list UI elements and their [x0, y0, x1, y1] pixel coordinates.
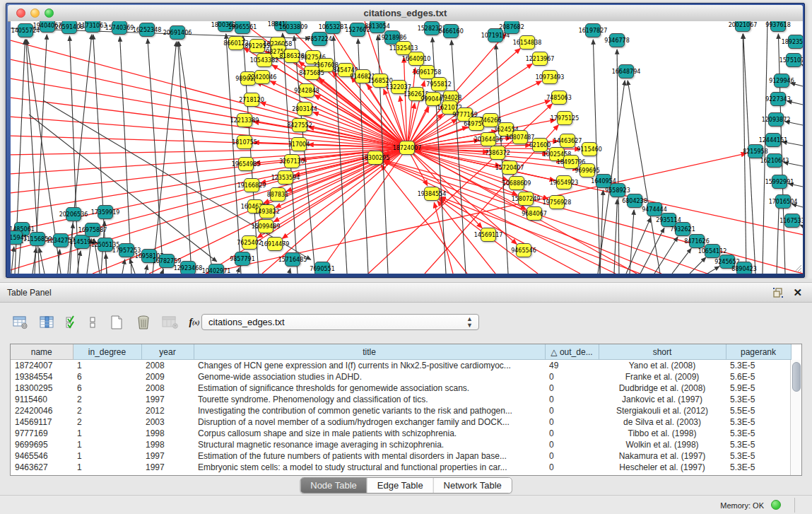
network-node[interactable]: 16961758	[413, 66, 442, 79]
column-header-6[interactable]: pagerank	[726, 344, 791, 360]
network-edge[interactable]	[763, 21, 767, 274]
table-cell[interactable]: 2008	[141, 382, 194, 394]
network-node[interactable]: 746266	[480, 114, 502, 127]
network-node[interactable]: 317004	[288, 138, 310, 151]
table-cell[interactable]: de Silva et al. (2003)	[599, 416, 726, 428]
network-node[interactable]: 8215958	[743, 145, 768, 158]
table-cell[interactable]: 2008	[141, 360, 194, 372]
table-cell[interactable]: Hescheler et al. (1997)	[599, 462, 726, 473]
network-node[interactable]: 9129946	[769, 74, 794, 88]
column-header-3[interactable]: title	[194, 344, 545, 360]
table-cell[interactable]: 0	[545, 439, 599, 450]
table-cell[interactable]: Disruption of a novel member of a sodium…	[194, 416, 545, 428]
table-cell[interactable]: 2	[73, 405, 141, 416]
window-titlebar[interactable]: citations_edges.txt	[8, 5, 803, 22]
network-node[interactable]: 17016504	[769, 195, 798, 209]
network-node[interactable]: 20206536	[59, 208, 88, 221]
network-node[interactable]: 15992991	[765, 175, 794, 189]
network-edge[interactable]	[179, 42, 213, 274]
network-node[interactable]: 8427552	[287, 119, 312, 132]
network-node[interactable]: 7485063	[546, 91, 572, 105]
tab-edge-table[interactable]: Edge Table	[367, 478, 434, 493]
table-cell[interactable]: 5.3E-5	[726, 450, 791, 462]
network-node[interactable]: 7955812	[426, 78, 452, 91]
network-edge[interactable]	[289, 269, 290, 274]
network-edge[interactable]	[129, 259, 135, 274]
network-edge[interactable]	[11, 98, 407, 148]
table-cell[interactable]: 18300295	[11, 382, 73, 394]
table-cell[interactable]: Yano et al. (2008)	[599, 360, 726, 372]
table-cell[interactable]: 5.3E-5	[726, 394, 791, 405]
table-cell[interactable]: 0	[545, 382, 599, 394]
table-selector-dropdown[interactable]: citations_edges.txt ▲▼	[201, 314, 479, 330]
table-cell[interactable]: 0	[545, 416, 599, 428]
network-edge[interactable]	[593, 40, 600, 274]
table-cell[interactable]: 2012	[141, 405, 194, 416]
table-scrollbar[interactable]	[790, 360, 801, 475]
table-cell[interactable]: 0	[545, 462, 599, 473]
table-cell[interactable]: Jankovic et al. (1997)	[599, 394, 726, 405]
table-cell[interactable]: 1	[73, 360, 141, 372]
table-cell[interactable]: Dudbridge et al. (2008)	[599, 382, 726, 394]
network-node[interactable]: 1167533	[779, 214, 803, 228]
network-edge[interactable]	[654, 237, 678, 274]
table-row[interactable]: 1830029562008Estimation of significance …	[11, 382, 791, 394]
network-node[interactable]: 621600	[529, 139, 551, 152]
table-row[interactable]: 2242004622012Investigating the contribut…	[11, 405, 791, 416]
network-node[interactable]: 7857224	[307, 33, 332, 46]
table-cell[interactable]: 5.3E-5	[726, 360, 791, 372]
network-node[interactable]: 9465546	[511, 244, 536, 257]
tab-node-table[interactable]: Node Table	[300, 478, 367, 493]
network-edge[interactable]	[617, 49, 619, 274]
import-table-button[interactable]	[160, 313, 181, 332]
network-edge[interactable]	[800, 225, 803, 226]
network-node[interactable]: 16648794	[612, 65, 641, 78]
table-cell[interactable]: 6	[73, 371, 141, 382]
column-header-0[interactable]: name	[11, 344, 73, 360]
network-node[interactable]: 18923514	[782, 35, 803, 49]
table-cell[interactable]: 1997	[141, 462, 194, 473]
network-node[interactable]: 3267130	[279, 155, 305, 168]
network-node[interactable]: 19965561	[228, 21, 257, 34]
table-cell[interactable]: Stergiakouli et al. (2012)	[599, 405, 726, 416]
table-cell[interactable]: 2	[73, 394, 141, 405]
table-settings-button[interactable]	[10, 313, 31, 332]
network-edge[interactable]	[11, 148, 407, 212]
network-edge[interactable]	[226, 34, 241, 274]
table-cell[interactable]: 2003	[141, 416, 194, 428]
network-edge[interactable]	[690, 257, 706, 274]
network-edge[interactable]	[153, 42, 177, 274]
network-node[interactable]: 10688609	[502, 177, 531, 190]
network-edge[interactable]	[148, 39, 163, 274]
table-cell[interactable]: Changes of HCN gene expression and I(f) …	[194, 360, 545, 372]
table-cell[interactable]: 0	[545, 405, 599, 416]
table-cell[interactable]: 1	[73, 462, 141, 473]
table-cell[interactable]: Estimation of significance thresholds fo…	[194, 382, 545, 394]
table-cell[interactable]: 5.9E-5	[726, 382, 791, 394]
table-cell[interactable]: 9463627	[11, 462, 73, 473]
table-cell[interactable]: 5.3E-5	[726, 428, 791, 439]
network-edge[interactable]	[640, 228, 664, 274]
network-node[interactable]: 10653287	[319, 21, 348, 34]
table-cell[interactable]: 5.3E-5	[726, 439, 791, 450]
table-row[interactable]: 911546021997Tourette syndrome. Phenomeno…	[11, 394, 791, 405]
select-all-button[interactable]	[64, 313, 79, 332]
network-node[interactable]: 12213389	[230, 114, 259, 127]
table-cell[interactable]: 1997	[141, 394, 194, 405]
network-edge[interactable]	[626, 218, 651, 274]
network-node[interactable]: 16197827	[579, 24, 608, 37]
network-node[interactable]: 12213967	[526, 52, 555, 66]
delete-column-button[interactable]	[133, 313, 154, 332]
table-cell[interactable]: Investigating the contribution of common…	[194, 405, 545, 416]
network-node[interactable]: 20691406	[163, 26, 192, 40]
network-node[interactable]: 15751074	[779, 54, 803, 67]
network-node[interactable]: 19166829	[237, 179, 266, 192]
table-cell[interactable]: 9699695	[11, 439, 73, 450]
network-node[interactable]: 7690551	[310, 262, 335, 274]
network-node[interactable]: 19654923	[550, 176, 579, 189]
network-node[interactable]: 10402971	[202, 264, 231, 274]
table-scrollbar-thumb[interactable]	[792, 362, 801, 392]
network-edge[interactable]	[146, 265, 147, 274]
table-cell[interactable]: 14569117	[11, 416, 73, 428]
network-edge[interactable]	[384, 162, 616, 274]
